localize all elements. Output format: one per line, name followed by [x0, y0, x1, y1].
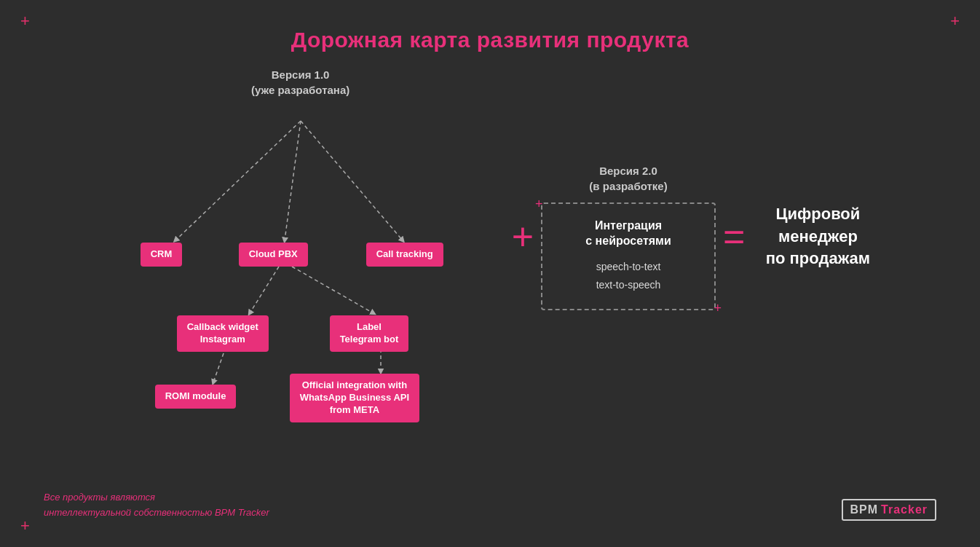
- bpm-tracker-logo: BPM Tracker: [842, 499, 937, 521]
- version2-section: Версия 2.0 (в разработке) + + Интеграция…: [541, 163, 716, 310]
- svg-line-2: [301, 121, 403, 240]
- pill-callback: Callback widgetInstagram: [177, 315, 269, 352]
- svg-line-1: [285, 121, 301, 240]
- pill-romi: ROMI module: [155, 385, 237, 409]
- svg-line-4: [292, 267, 374, 313]
- main-content: Версия 1.0 (уже разработана): [0, 67, 980, 406]
- box-corner-plus-br: +: [714, 301, 722, 316]
- integration-title: Интеграцияс нейросетями: [564, 219, 692, 249]
- svg-line-3: [250, 267, 279, 313]
- box-corner-plus-tl: +: [535, 197, 543, 212]
- corner-plus-tl: +: [20, 13, 30, 29]
- logo-bpm: BPM: [850, 503, 879, 516]
- integration-box: + + Интеграцияс нейросетями speech-to-te…: [541, 202, 716, 310]
- page-title: Дорожная карта развития продукта: [0, 28, 980, 52]
- pill-crm: CRM: [141, 243, 183, 267]
- footer: Все продукты являются интеллектуальной с…: [44, 490, 936, 521]
- corner-plus-bl: +: [20, 518, 30, 534]
- pill-cloud-pbx: Cloud PBX: [239, 243, 308, 267]
- diagram-left: Версия 1.0 (уже разработана): [97, 67, 505, 406]
- version1-label: Версия 1.0 (уже разработана): [97, 67, 505, 98]
- integration-body: speech-to-text text-to-speech: [564, 258, 692, 294]
- logo-tracker: Tracker: [881, 503, 928, 516]
- tree-container: CRM Cloud PBX Call tracking Callback wid…: [97, 101, 505, 406]
- version2-label: Версия 2.0 (в разработке): [589, 163, 667, 194]
- plus-operator: +: [512, 218, 534, 256]
- pill-label-telegram: LabelTelegram bot: [330, 315, 409, 352]
- corner-plus-tr: +: [950, 13, 960, 29]
- pill-call-tracking: Call tracking: [366, 243, 443, 267]
- digital-manager: Цифровойменеджерпо продажам: [752, 203, 883, 270]
- footer-brand: BPM Tracker: [215, 507, 269, 518]
- footer-text: Все продукты являются интеллектуальной с…: [44, 490, 269, 521]
- svg-line-0: [175, 121, 301, 240]
- equals-operator: =: [723, 218, 745, 256]
- pill-official: Official integration withWhatsApp Busine…: [290, 374, 419, 422]
